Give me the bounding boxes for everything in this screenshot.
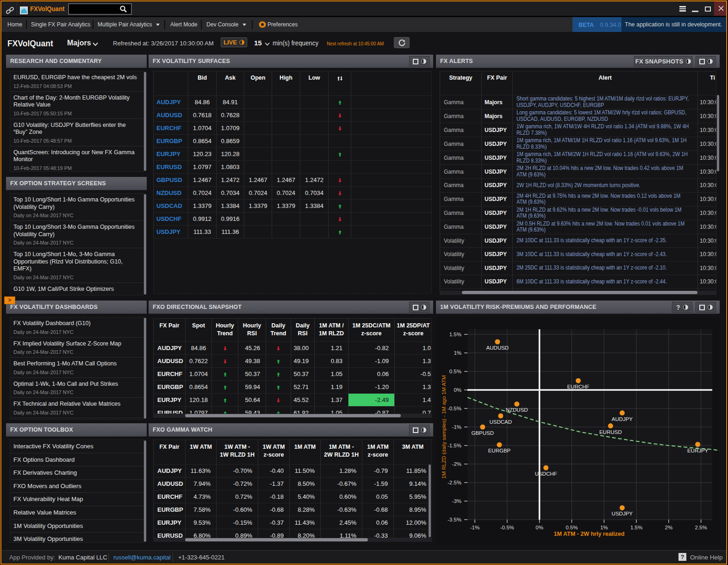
svg-text:0.5%: 0.5%	[449, 369, 461, 374]
svg-text:NZDUSD: NZDUSD	[506, 407, 528, 413]
svg-text:-2.5%: -2.5%	[448, 480, 461, 485]
svg-text:EURGBP: EURGBP	[488, 448, 511, 453]
svg-text:-2%: -2%	[452, 461, 461, 467]
svg-text:1.5%: 1.5%	[449, 332, 461, 337]
svg-text:0.5%: 0.5%	[566, 525, 578, 530]
svg-text:USDCAD: USDCAD	[490, 419, 512, 425]
svg-text:-1%: -1%	[470, 525, 479, 530]
svg-text:-3%: -3%	[452, 498, 461, 504]
svg-text:1%: 1%	[600, 525, 608, 530]
svg-text:1.5%: 1.5%	[630, 525, 642, 530]
svg-text:1M RLZD (daily samples) - 1M a: 1M RLZD (daily samples) - 1M ago 1M ATM	[441, 375, 447, 478]
svg-text:0%: 0%	[454, 387, 461, 393]
svg-text:AUDUSD: AUDUSD	[486, 345, 509, 351]
svg-text:2.5%: 2.5%	[695, 525, 707, 530]
svg-text:-1.5%: -1.5%	[448, 443, 461, 448]
svg-text:0%: 0%	[535, 525, 543, 530]
svg-text:-3.5%: -3.5%	[448, 517, 461, 522]
svg-text:EURCHF: EURCHF	[567, 384, 589, 389]
svg-text:1%: 1%	[454, 350, 461, 356]
svg-text:-1%: -1%	[452, 424, 461, 430]
svg-text:EURJPY: EURJPY	[687, 448, 709, 453]
svg-text:GBPUSD: GBPUSD	[472, 430, 494, 436]
svg-text:EURUSD: EURUSD	[599, 429, 622, 435]
svg-text:1M ATM - 2W hrly realized: 1M ATM - 2W hrly realized	[554, 531, 625, 537]
svg-text:USDJPY: USDJPY	[612, 511, 633, 516]
svg-text:-0.5%: -0.5%	[448, 406, 461, 411]
svg-text:2%: 2%	[665, 525, 672, 530]
svg-text:-0.5%: -0.5%	[500, 525, 514, 530]
svg-text:USDCHF: USDCHF	[535, 471, 557, 477]
svg-text:AUDJPY: AUDJPY	[612, 416, 633, 422]
